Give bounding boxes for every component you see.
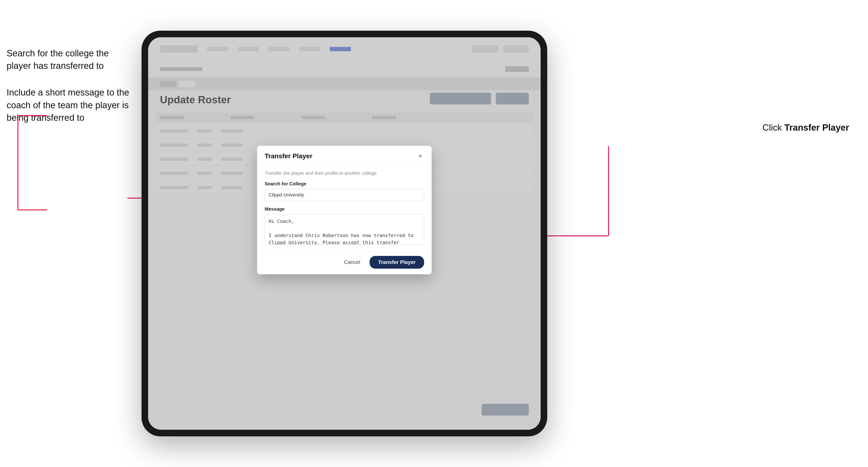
- modal-description: Transfer the player and their profile to…: [265, 170, 424, 176]
- modal-close-button[interactable]: ✕: [416, 152, 424, 160]
- annotation-message-text: Include a short message to the coach of …: [7, 86, 129, 124]
- college-label: Search for College: [265, 181, 424, 187]
- annotation-click-text: Click Transfer Player: [763, 123, 849, 132]
- modal-title: Transfer Player: [265, 152, 312, 160]
- annotation-search-text: Search for the college the player has tr…: [7, 47, 129, 72]
- modal-overlay: Transfer Player ✕ Transfer the player an…: [148, 37, 540, 430]
- tablet-screen: Update Roster: [148, 37, 540, 430]
- modal-header: Transfer Player ✕: [257, 146, 432, 165]
- annotation-right: Click Transfer Player: [763, 123, 849, 133]
- annotation-left: Search for the college the player has tr…: [7, 47, 129, 138]
- message-textarea[interactable]: Hi Coach, I understand Chris Robertson h…: [265, 214, 424, 245]
- message-label: Message: [265, 206, 424, 212]
- modal-body: Transfer the player and their profile to…: [257, 165, 432, 251]
- transfer-player-modal: Transfer Player ✕ Transfer the player an…: [257, 146, 432, 274]
- cancel-button[interactable]: Cancel: [339, 257, 365, 268]
- tablet-frame: Update Roster: [142, 31, 547, 436]
- modal-footer: Cancel Transfer Player: [257, 251, 432, 274]
- college-search-input[interactable]: [265, 189, 424, 201]
- transfer-player-button[interactable]: Transfer Player: [370, 256, 424, 269]
